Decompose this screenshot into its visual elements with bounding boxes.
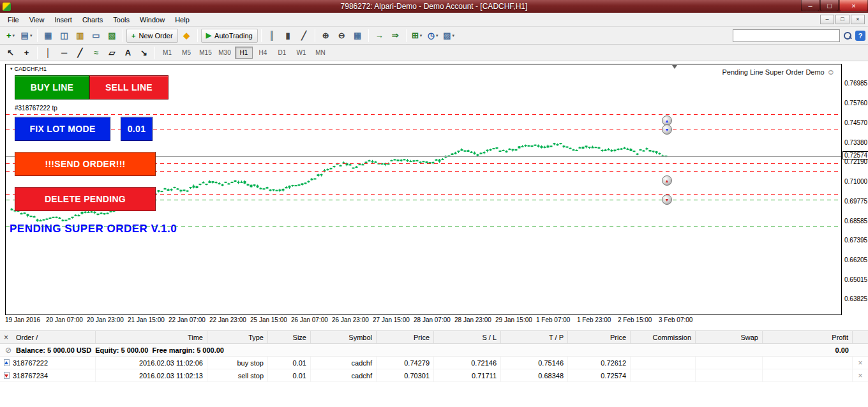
column-header-symbol[interactable]: Symbol xyxy=(311,331,377,343)
market-watch-button[interactable]: ▦ xyxy=(41,29,56,43)
profiles-button[interactable]: ▤▾ xyxy=(19,29,34,43)
delete-pending-button[interactable]: DELETE PENDING xyxy=(15,187,156,211)
chart-symbol-label: ▾ CADCHF,H1 xyxy=(10,66,47,72)
zoom-in-button[interactable]: ⊕ xyxy=(318,29,333,43)
time-label: 20 Jan 23:00 xyxy=(87,316,124,323)
timeframe-m15[interactable]: M15 xyxy=(197,47,214,59)
price-scale[interactable]: 0.72574 0.769850.757600.745700.733800.72… xyxy=(842,64,868,315)
timeframe-m1[interactable]: M1 xyxy=(158,47,176,59)
text-tool-button[interactable]: A xyxy=(121,46,135,60)
column-header-profit[interactable]: Profit xyxy=(763,331,853,343)
column-header-commission[interactable]: Commission xyxy=(631,331,696,343)
chart-close-button[interactable]: × xyxy=(851,15,865,24)
app-icon xyxy=(3,3,11,11)
timeframe-d1[interactable]: D1 xyxy=(273,47,291,59)
zoom-out-button[interactable]: ⊖ xyxy=(334,29,349,43)
data-window-button[interactable]: ◫ xyxy=(57,29,71,43)
time-axis[interactable]: 19 Jan 201620 Jan 07:0020 Jan 23:0021 Ja… xyxy=(5,315,842,325)
sell-line-spinner-up[interactable]: ▲ xyxy=(662,175,672,186)
cursor-tool-button[interactable]: ↖ xyxy=(3,46,18,60)
menu-charts[interactable]: Charts xyxy=(77,14,108,26)
send-order-button[interactable]: !!!SEND ORDER!!! xyxy=(15,152,156,176)
delete-order-button[interactable]: × xyxy=(853,357,868,369)
collapse-icon[interactable]: ▾ xyxy=(10,66,13,71)
maximize-button[interactable]: □ xyxy=(820,0,839,11)
fix-lot-mode-button[interactable]: FIX LOT MODE xyxy=(15,117,110,141)
sell-tp-line[interactable] xyxy=(6,226,841,226)
title-bar[interactable]: 7986272: Alpari-Demo - Demo Account - [C… xyxy=(0,0,868,13)
timeframe-h4[interactable]: H4 xyxy=(254,47,272,59)
timeframe-h1[interactable]: H1 xyxy=(235,47,253,59)
menu-file[interactable]: File xyxy=(3,14,24,26)
column-header-price[interactable]: Price xyxy=(568,331,631,343)
column-header-s-l[interactable]: S / L xyxy=(434,331,501,343)
order-row[interactable]: 3187672222016.02.03 11:02:06buy stop0.01… xyxy=(0,357,868,369)
timeframe-mn[interactable]: MN xyxy=(311,47,329,59)
chart-minimize-button[interactable]: – xyxy=(820,15,834,24)
minimize-button[interactable]: – xyxy=(801,0,819,11)
horizontal-line-tool-button[interactable]: ─ xyxy=(57,46,71,60)
periods-button[interactable]: ◷▾ xyxy=(426,29,440,43)
candlestick-chart-button[interactable]: ▮ xyxy=(281,29,296,43)
templates-button[interactable]: ▨▾ xyxy=(442,29,456,43)
chart-restore-button[interactable]: □ xyxy=(835,15,849,24)
auto-scroll-icon: → xyxy=(375,31,384,40)
panel-splitter[interactable] xyxy=(0,325,868,330)
order-row[interactable]: 3187672342016.02.03 11:02:13sell stop0.0… xyxy=(0,369,868,382)
autotrading-button[interactable]: ▶AutoTrading xyxy=(201,29,258,43)
column-header-type[interactable]: Type xyxy=(207,331,268,343)
navigator-button[interactable]: ▥ xyxy=(73,29,87,43)
sell-line-spinner-down[interactable]: ▼ xyxy=(662,195,672,205)
time-label: 26 Jan 23:00 xyxy=(332,316,369,323)
search-icon[interactable] xyxy=(843,31,852,40)
channel-tool-button[interactable]: ▱ xyxy=(105,46,119,60)
menu-window[interactable]: Window xyxy=(135,14,170,26)
sell-line-button[interactable]: SELL LINE xyxy=(89,75,168,100)
trendline-tool-button[interactable]: ╱ xyxy=(73,46,87,60)
arrows-tool-button[interactable]: ↘ xyxy=(137,46,151,60)
terminal-close-button[interactable]: × xyxy=(4,334,8,341)
horizontal-line-tool-icon: ─ xyxy=(61,48,67,57)
new-order-button[interactable]: +New Order xyxy=(126,29,178,43)
menu-help[interactable]: Help xyxy=(170,14,195,26)
timeframe-w1[interactable]: W1 xyxy=(292,47,310,59)
strategy-tester-button[interactable]: ▧ xyxy=(105,29,119,43)
search-input[interactable] xyxy=(733,29,840,42)
menu-tools[interactable]: Tools xyxy=(108,14,135,26)
auto-scroll-button[interactable]: → xyxy=(372,29,387,43)
menu-insert[interactable]: Insert xyxy=(49,14,77,26)
line-chart-button[interactable]: ╱ xyxy=(297,29,311,43)
vertical-line-tool-button[interactable]: │ xyxy=(41,46,56,60)
column-header-swap[interactable]: Swap xyxy=(696,331,763,343)
timeframe-m30[interactable]: M30 xyxy=(216,47,234,59)
close-button[interactable]: × xyxy=(839,0,868,11)
buy-line-spinner-down[interactable]: ▼ xyxy=(662,124,672,135)
metaeditor-button[interactable]: ◆ xyxy=(179,29,194,43)
fibonacci-tool-button[interactable]: ≈ xyxy=(89,46,103,60)
tile-windows-button[interactable]: ▦ xyxy=(350,29,365,43)
menu-view[interactable]: View xyxy=(24,14,50,26)
smiley-icon[interactable]: ☺ xyxy=(827,68,835,77)
new-chart-button[interactable]: +▾ xyxy=(3,29,18,43)
bar-chart-button[interactable]: ║ xyxy=(265,29,280,43)
column-header-t-p[interactable]: T / P xyxy=(501,331,568,343)
delete-order-button[interactable]: × xyxy=(853,369,868,381)
chart-plot-area[interactable]: PENDING SUPER ORDER V.1.0 ▾ CADCHF,H1 Pe… xyxy=(5,64,842,315)
timeframe-m5[interactable]: M5 xyxy=(177,47,195,59)
column-header-time[interactable]: Time xyxy=(96,331,207,343)
fibonacci-tool-icon: ≈ xyxy=(94,48,98,57)
column-header-size[interactable]: Size xyxy=(268,331,311,343)
buy-tp-line[interactable] xyxy=(6,114,841,115)
chart-shift-button[interactable]: ⇒ xyxy=(388,29,403,43)
column-header-price[interactable]: Price xyxy=(377,331,434,343)
indicators-button[interactable]: ⊞▾ xyxy=(410,29,424,43)
buy-line-button[interactable]: BUY LINE xyxy=(15,75,89,100)
terminal-button[interactable]: ▭ xyxy=(89,29,103,43)
indicators-icon: ⊞ xyxy=(412,31,419,40)
lot-size-button[interactable]: 0.01 xyxy=(121,117,153,141)
column-header-order-[interactable]: ×Order / xyxy=(0,331,96,343)
bar-shift-marker[interactable] xyxy=(672,65,677,69)
help-icon[interactable]: ? xyxy=(855,31,865,41)
crosshair-tool-button[interactable]: + xyxy=(19,46,34,60)
buy-order-icon xyxy=(4,359,10,366)
